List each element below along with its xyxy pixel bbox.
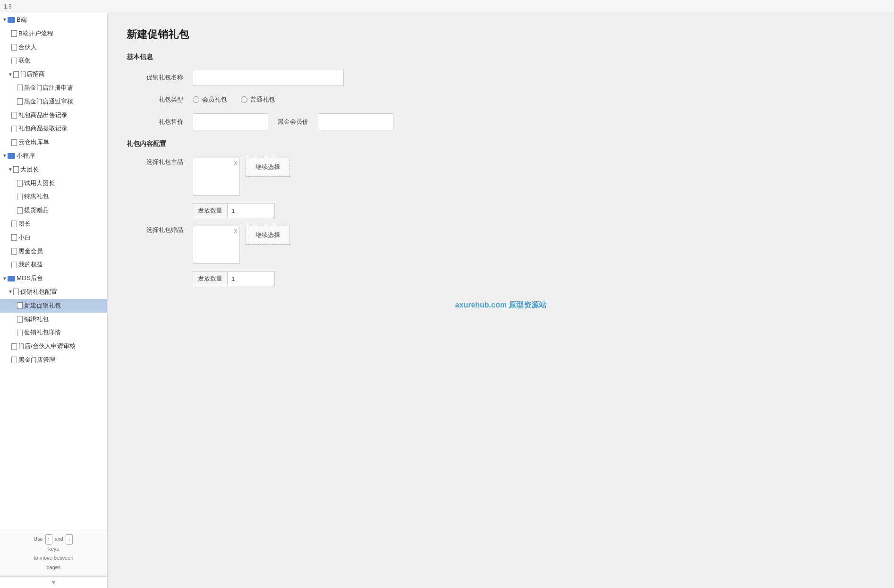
page-icon [11,262,17,268]
main-content: 新建促销礼包 基本信息 促销礼包名称 礼包类型 会员礼包 普通礼包 [108,13,894,588]
sidebar-label: 合伙人 [18,43,37,52]
gift-name-row: 促销礼包名称 [127,69,875,86]
sidebar-item-black-member[interactable]: 黑金会员 [0,245,107,258]
page-icon [17,98,23,105]
sidebar-label: 黑金门店管理 [18,355,55,365]
gift-qty-input[interactable] [228,271,275,286]
gift-name-label: 促销礼包名称 [127,73,183,82]
sidebar-label: 促销礼包详情 [24,328,61,338]
arrow-icon: ▼ [2,152,8,160]
page-icon [17,180,23,187]
gift-name-input[interactable] [193,69,344,86]
sidebar-label: 新建促销礼包 [24,301,61,311]
sidebar-item-big-leader[interactable]: ▼ 大团长 [0,163,107,177]
main-qty-input[interactable] [228,203,275,218]
sidebar: ▼ B端 B端开户流程 合伙人 联创 ▼ 门店招商 [0,13,108,588]
page-icon [17,85,23,91]
version-label: 1.3 [4,3,12,10]
sidebar-item-mini-program[interactable]: ▼ 小程序 [0,149,107,163]
select-main-row: 选择礼包主品 X 继续选择 [127,158,875,196]
gift-price-input[interactable] [193,113,268,130]
main-product-box[interactable]: X [193,158,240,196]
sidebar-item-store-apply[interactable]: 门店/合伙人申请审核 [0,340,107,353]
select-gift-row: 选择礼包赠品 X 继续选择 [127,226,875,264]
select-gift-area: X 继续选择 [193,226,290,264]
sidebar-label: 礼包商品提取记录 [18,124,68,134]
sidebar-label: 特惠礼包 [24,192,49,202]
sidebar-item-blackstore-register[interactable]: 黑金门店注册申请 [0,81,107,95]
key-up-icon: ↑ [45,534,52,545]
page-icon [13,71,19,78]
page-icon [11,357,17,363]
sidebar-label: 礼包商品出售记录 [18,111,68,120]
sidebar-item-promo-config[interactable]: ▼ 促销礼包配置 [0,285,107,299]
sidebar-item-b-end[interactable]: ▼ B端 [0,13,107,27]
sidebar-item-joint[interactable]: 联创 [0,54,107,68]
radio-normal-icon [241,96,247,103]
gift-qty-row: 发放数量 [193,271,875,286]
footer-instruction: Use ↑ and ↓ [34,534,74,545]
page-icon [13,289,19,295]
page-icon [11,112,17,119]
page-icon [11,44,17,51]
sidebar-item-store-recruit[interactable]: ▼ 门店招商 [0,68,107,81]
sidebar-bottom-arrow[interactable]: ▼ [0,576,107,588]
arrow-icon: ▼ [8,71,13,78]
use-text: Use [34,536,43,542]
sidebar-item-partner[interactable]: 合伙人 [0,41,107,54]
gift-type-radio-group: 会员礼包 普通礼包 [193,95,275,104]
page-icon [11,343,17,350]
continue-select-main-btn[interactable]: 继续选择 [246,158,290,177]
folder-icon [8,276,15,281]
sidebar-label: 试用大团长 [24,179,55,188]
gift-close-icon[interactable]: X [234,228,238,235]
pages-text: pages [47,563,61,572]
watermark: axurehub.com 原型资源站 [127,300,875,310]
sidebar-label: 黑金门店通过审核 [24,97,73,107]
arrow-icon: ▼ [2,275,8,282]
sidebar-item-promo-detail[interactable]: 促销礼包详情 [0,326,107,340]
sidebar-label: 编辑礼包 [24,315,49,324]
folder-icon [8,17,15,23]
page-icon [17,316,23,323]
sidebar-scroll[interactable]: ▼ B端 B端开户流程 合伙人 联创 ▼ 门店招商 [0,13,107,530]
sidebar-item-cloud-outbound[interactable]: 云仓出库单 [0,136,107,149]
gift-product-box[interactable]: X [193,226,240,264]
page-icon [17,194,23,200]
page-icon [17,207,23,214]
sidebar-item-gift-pickup[interactable]: 礼包商品提取记录 [0,122,107,136]
continue-select-gift-btn[interactable]: 继续选择 [246,226,290,245]
sidebar-item-trial-leader[interactable]: 试用大团长 [0,177,107,190]
sidebar-label-b-end: B端 [17,15,27,25]
sidebar-item-xiao-bai[interactable]: 小白 [0,231,107,245]
page-icon [17,302,23,309]
sidebar-item-special-gift[interactable]: 特惠礼包 [0,190,107,204]
main-close-icon[interactable]: X [234,160,238,167]
sidebar-item-pickup-gift[interactable]: 提货赠品 [0,204,107,217]
page-icon [11,248,17,255]
page-icon [11,30,17,37]
sidebar-item-team-leader[interactable]: 团长 [0,217,107,231]
sidebar-item-black-store-mgmt[interactable]: 黑金门店管理 [0,353,107,367]
sidebar-item-blackstore-approve[interactable]: 黑金门店通过审核 [0,95,107,109]
move-text: to move between [34,554,74,563]
gift-qty-label: 发放数量 [193,271,228,286]
black-member-price-input[interactable] [318,113,393,130]
page-icon [11,126,17,132]
sidebar-item-my-equity[interactable]: 我的权益 [0,258,107,272]
black-member-price-label: 黑金会员价 [278,118,308,126]
radio-member-item[interactable]: 会员礼包 [193,95,227,104]
sidebar-item-b-open-process[interactable]: B端开户流程 [0,27,107,41]
sidebar-item-mos[interactable]: ▼ MOS后台 [0,272,107,285]
sidebar-footer: Use ↑ and ↓ keys to move between pages [0,530,107,576]
select-gift-label: 选择礼包赠品 [127,226,183,234]
sidebar-item-new-promo[interactable]: 新建促销礼包 [0,299,107,313]
page-icon [17,330,23,336]
sidebar-item-edit-gift[interactable]: 编辑礼包 [0,313,107,326]
page-icon [11,234,17,241]
basic-info-title: 基本信息 [127,53,875,61]
sidebar-label-mos: MOS后台 [17,273,43,283]
sidebar-item-gift-sale[interactable]: 礼包商品出售记录 [0,109,107,122]
radio-normal-item[interactable]: 普通礼包 [241,95,275,104]
price-row: 礼包售价 黑金会员价 [127,113,875,130]
